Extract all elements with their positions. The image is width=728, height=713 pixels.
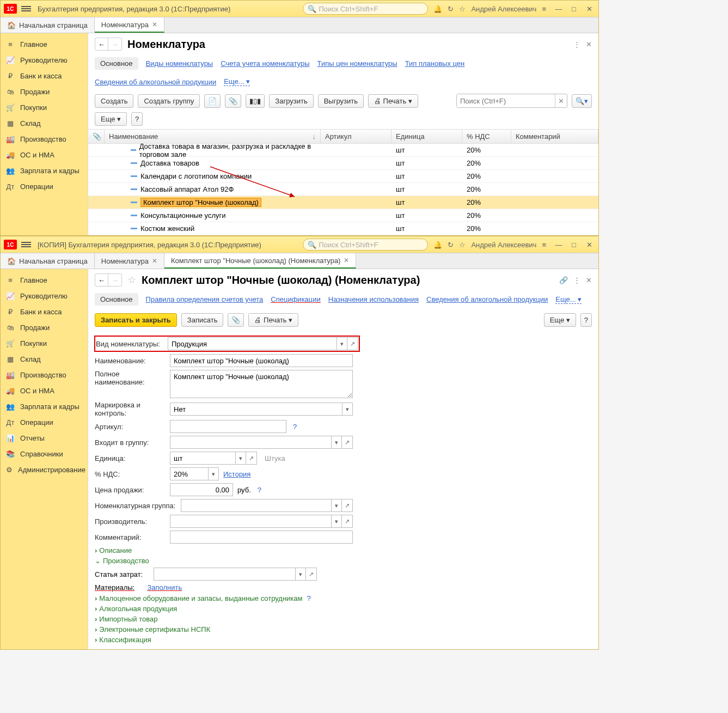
create-group-button[interactable]: Создать группу	[138, 94, 200, 108]
exp-certs[interactable]: Электронные сертификаты НСПК	[95, 625, 592, 633]
exp-description[interactable]: Описание	[95, 546, 592, 554]
more-button[interactable]: Еще ▾	[544, 313, 576, 327]
find-button[interactable]: 🔍▾	[572, 94, 592, 108]
sidebar-item[interactable]: ДтОперации	[1, 179, 88, 194]
close-button[interactable]: ✕	[583, 241, 595, 249]
full-input[interactable]: Комплект штор "Ночные (шоколад)	[170, 370, 353, 398]
menu-icon[interactable]: ≡	[542, 241, 546, 249]
sidebar-item[interactable]: 🚚ОС и НМА	[1, 147, 88, 163]
sidebar-item[interactable]: 🛍Продажи	[1, 320, 88, 336]
sidebar-item[interactable]: 👥Зарплата и кадры	[1, 399, 88, 415]
subnav-rules[interactable]: Правила определения счетов учета	[146, 295, 264, 303]
kind-input[interactable]	[168, 337, 337, 350]
save-button[interactable]: Записать	[181, 313, 224, 327]
save-close-button[interactable]: Записать и закрыть	[95, 313, 177, 327]
sidebar-item[interactable]: 🛍Продажи	[1, 84, 88, 100]
subnav-kinds[interactable]: Виды номенклатуры	[146, 59, 213, 68]
close-icon[interactable]: ✕	[152, 257, 157, 265]
clear-icon[interactable]: ✕	[555, 94, 567, 107]
nds-combo[interactable]: ▾	[170, 467, 219, 480]
nomgroup-combo[interactable]: ▾↗	[181, 499, 353, 512]
dropdown-icon[interactable]: ▾	[337, 337, 347, 350]
table-row[interactable]: Доставка товаров шт 20%	[88, 157, 598, 170]
sidebar-item[interactable]: 🛒Покупки	[1, 336, 88, 351]
subnav-more[interactable]: Еще... ▾	[224, 77, 250, 86]
help-icon[interactable]: ?	[293, 423, 297, 431]
dropdown-icon[interactable]: ▾	[235, 452, 246, 465]
barcode-button[interactable]: ▮▯▮	[246, 94, 265, 108]
sidebar-item[interactable]: 🛒Покупки	[1, 100, 88, 115]
tab-item[interactable]: Комплект штор "Ночные (шоколад) (Номенкл…	[164, 253, 356, 269]
help-button[interactable]: ?	[131, 112, 143, 126]
star-icon[interactable]: ☆	[127, 274, 136, 286]
close-icon[interactable]: ✕	[586, 276, 592, 284]
cost-input[interactable]	[154, 568, 295, 581]
col-art[interactable]: Артикул	[321, 130, 391, 143]
table-row[interactable]: Консультационные услуги шт 20%	[88, 209, 598, 222]
col-unit[interactable]: Единица	[391, 130, 462, 143]
sidebar-item[interactable]: 📈Руководителю	[1, 52, 88, 68]
user-name[interactable]: Андрей Алексеевич	[471, 241, 536, 249]
exp-lowvalue[interactable]: Малоценное оборудование и запасы, выданн…	[95, 594, 592, 602]
history-icon[interactable]: ↻	[448, 241, 454, 249]
user-name[interactable]: Андрей Алексеевич	[471, 5, 536, 13]
art-input[interactable]	[170, 420, 286, 433]
history-icon[interactable]: ↻	[448, 5, 454, 13]
maker-combo[interactable]: ▾↗	[170, 515, 353, 528]
col-clip[interactable]: 📎	[88, 130, 105, 143]
maximize-button[interactable]: □	[568, 241, 580, 249]
nds-input[interactable]	[170, 467, 208, 480]
bell-icon[interactable]: 🔔	[433, 241, 442, 249]
maker-input[interactable]	[170, 515, 331, 528]
dropdown-icon[interactable]: ▾	[331, 436, 342, 449]
copy-button[interactable]: 📄	[204, 94, 221, 108]
sidebar-item[interactable]: ≡Главное	[1, 272, 88, 288]
open-icon[interactable]: ↗	[347, 337, 358, 350]
table-row[interactable]: Доставка товара в магазин, разгрузка и р…	[88, 144, 598, 157]
open-icon[interactable]: ↗	[342, 515, 353, 528]
subnav-assign[interactable]: Назначения использования	[328, 295, 419, 303]
comment-input[interactable]	[170, 531, 353, 544]
maximize-button[interactable]: □	[568, 5, 580, 13]
kind-combo[interactable]: ▾ ↗	[168, 337, 358, 350]
group-input[interactable]	[170, 436, 331, 449]
tab-home[interactable]: 🏠 Начальная страница	[1, 253, 95, 269]
global-search[interactable]: 🔍 Поиск Ctrl+Shift+F	[303, 239, 428, 251]
more-icon[interactable]: ⋮	[573, 276, 580, 284]
dropdown-icon[interactable]: ▾	[295, 568, 306, 581]
col-comm[interactable]: Комментарий	[511, 130, 598, 143]
sidebar-item[interactable]: ▦Склад	[1, 351, 88, 367]
subnav-plan-types[interactable]: Тип плановых цен	[405, 59, 465, 68]
sidebar-item[interactable]: 🏭Производство	[1, 367, 88, 383]
unit-input[interactable]	[170, 452, 235, 465]
col-nds[interactable]: % НДС	[462, 130, 511, 143]
tab-home[interactable]: 🏠 Начальная страница	[1, 17, 95, 33]
forward-button[interactable]: →	[108, 274, 121, 286]
close-icon[interactable]: ✕	[152, 21, 157, 28]
close-button[interactable]: ✕	[583, 5, 595, 13]
sidebar-item[interactable]: 👥Зарплата и кадры	[1, 163, 88, 179]
subnav-main[interactable]: Основное	[95, 57, 138, 70]
group-combo[interactable]: ▾↗	[170, 436, 353, 449]
sidebar-item[interactable]: 🏭Производство	[1, 131, 88, 147]
help-icon[interactable]: ?	[258, 486, 261, 494]
load-button[interactable]: Загрузить	[269, 94, 313, 108]
unit-combo[interactable]: ▾↗	[170, 452, 257, 465]
help-button[interactable]: ?	[580, 313, 592, 327]
bell-icon[interactable]: 🔔	[433, 5, 442, 13]
back-button[interactable]: ←	[95, 274, 108, 286]
sidebar-item[interactable]: 🚚ОС и НМА	[1, 383, 88, 399]
subnav-price-types[interactable]: Типы цен номенклатуры	[317, 59, 397, 68]
table-row[interactable]: Кассовый аппарат Атол 92Ф шт 20%	[88, 183, 598, 196]
burger-icon[interactable]	[21, 5, 31, 13]
more-button[interactable]: Еще ▾	[95, 112, 127, 126]
tab-nomenclature[interactable]: Номенклатура✕	[95, 17, 164, 33]
sidebar-item[interactable]: ДтОперации	[1, 415, 88, 430]
dropdown-icon[interactable]: ▾	[331, 515, 342, 528]
table-row[interactable]: Календари с логотипом компании шт 20%	[88, 170, 598, 183]
sidebar-item[interactable]: ₽Банк и касса	[1, 304, 88, 320]
sidebar-item[interactable]: 📚Справочники	[1, 446, 88, 462]
help-icon[interactable]: ?	[307, 594, 311, 602]
unload-button[interactable]: Выгрузить	[318, 94, 364, 108]
exp-class[interactable]: Классификация	[95, 636, 592, 644]
